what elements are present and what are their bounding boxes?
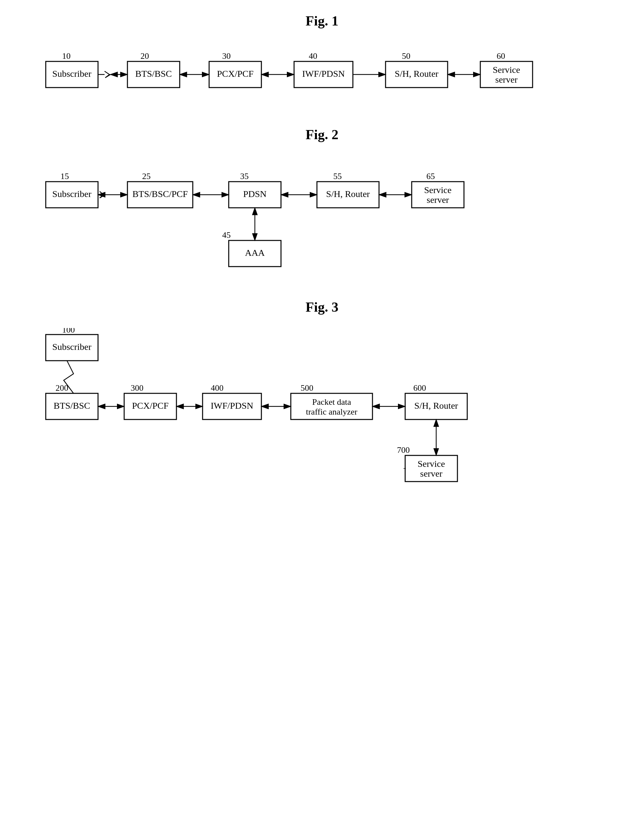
svg-text:S/H, Router: S/H, Router — [414, 401, 458, 410]
svg-text:600: 600 — [413, 383, 426, 393]
svg-text:IWF/PDSN: IWF/PDSN — [302, 69, 345, 79]
svg-text:BTS/BSC: BTS/BSC — [135, 69, 172, 79]
svg-text:500: 500 — [301, 383, 313, 393]
svg-rect-14 — [386, 61, 448, 87]
svg-text:20: 20 — [141, 51, 149, 61]
svg-text:Subscriber: Subscriber — [52, 69, 92, 79]
svg-text:400: 400 — [211, 383, 224, 393]
svg-text:traffic analyzer: traffic analyzer — [306, 407, 357, 417]
svg-text:BTS/BSC/PCF: BTS/BSC/PCF — [132, 189, 188, 199]
svg-text:Subscriber: Subscriber — [52, 342, 92, 352]
svg-text:Service: Service — [417, 459, 445, 469]
figure-2: Fig. 2 Subscriber 15 BTS/BSC/PCF 25 PDSN — [26, 127, 618, 280]
svg-rect-8 — [209, 61, 261, 87]
svg-text:server: server — [420, 469, 443, 479]
svg-text:45: 45 — [222, 230, 231, 240]
svg-text:300: 300 — [131, 383, 143, 393]
figure-3: Fig. 3 Subscriber 100 BTS/BSC 200 — [26, 299, 618, 511]
svg-text:AAA: AAA — [245, 248, 265, 258]
svg-rect-2 — [46, 61, 98, 87]
svg-text:Service: Service — [493, 65, 520, 75]
svg-text:100: 100 — [62, 328, 75, 334]
svg-text:55: 55 — [333, 172, 342, 181]
svg-text:PCX/PCF: PCX/PCF — [132, 401, 169, 410]
svg-text:Service: Service — [424, 185, 452, 195]
fig2-title: Fig. 2 — [26, 127, 618, 142]
svg-text:30: 30 — [222, 51, 231, 61]
figure-1: Fig. 1 Subscriber 10 BTS/BSC 20 PCX/PCF — [26, 13, 618, 107]
svg-text:25: 25 — [142, 172, 150, 181]
svg-text:IWF/PDSN: IWF/PDSN — [211, 401, 253, 410]
svg-rect-5 — [127, 61, 180, 87]
svg-text:PCX/PCF: PCX/PCF — [217, 69, 253, 79]
svg-text:server: server — [427, 195, 449, 205]
fig1-title: Fig. 1 — [26, 13, 618, 29]
svg-text:S/H, Router: S/H, Router — [395, 69, 439, 79]
svg-text:200: 200 — [55, 383, 68, 393]
svg-text:PDSN: PDSN — [243, 189, 267, 199]
svg-text:BTS/BSC: BTS/BSC — [54, 401, 90, 410]
svg-text:10: 10 — [62, 51, 71, 61]
svg-text:40: 40 — [309, 51, 317, 61]
svg-text:Subscriber: Subscriber — [52, 189, 92, 199]
fig3-title: Fig. 3 — [26, 299, 618, 315]
svg-text:S/H, Router: S/H, Router — [326, 189, 370, 199]
svg-text:server: server — [495, 75, 518, 84]
svg-rect-17 — [480, 61, 533, 87]
svg-text:Packet data: Packet data — [312, 397, 351, 407]
svg-text:15: 15 — [60, 172, 69, 181]
svg-text:50: 50 — [402, 51, 410, 61]
svg-rect-11 — [294, 61, 353, 87]
svg-text:65: 65 — [426, 172, 435, 181]
svg-text:700: 700 — [397, 445, 410, 455]
svg-text:35: 35 — [240, 172, 248, 181]
svg-text:60: 60 — [497, 51, 505, 61]
